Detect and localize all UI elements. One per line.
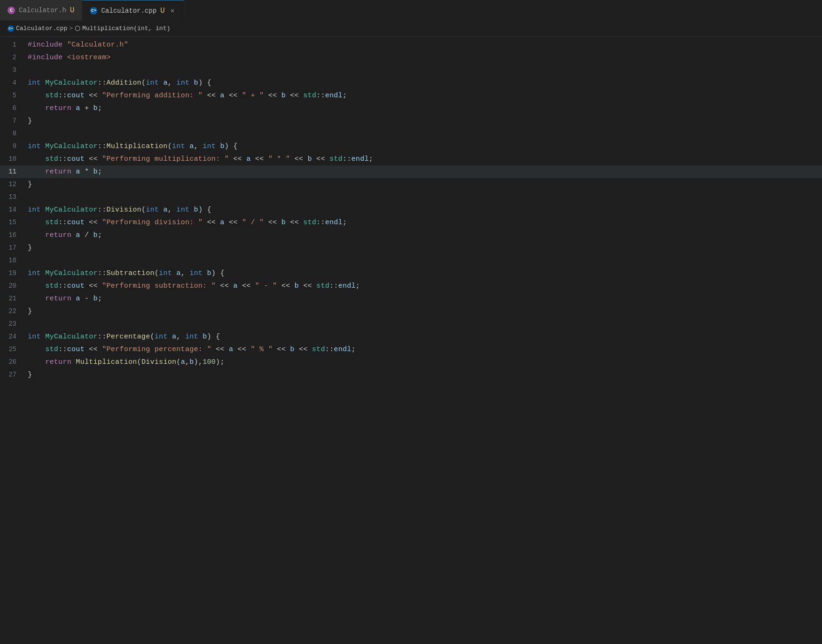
tab-calculator-h[interactable]: C Calculator.h U bbox=[0, 0, 82, 21]
line-content-7[interactable]: } bbox=[26, 115, 822, 127]
code-line-14: 14 int MyCalculator::Division(int a, int… bbox=[0, 204, 822, 216]
tab-close-button[interactable]: ✕ bbox=[169, 6, 176, 16]
line-content-26[interactable]: return Multiplication(Division(a,b),100)… bbox=[26, 356, 822, 369]
line-number-11: 11 bbox=[0, 165, 26, 178]
code-line-26: 26 return Multiplication(Division(a,b),1… bbox=[0, 356, 822, 369]
line-number-2: 2 bbox=[0, 51, 26, 63]
tab-cpp-icon: C+ bbox=[90, 7, 97, 15]
code-line-3: 3 bbox=[0, 64, 822, 77]
line-content-2[interactable]: #include <iostream> bbox=[26, 52, 822, 64]
code-line-4: 4 int MyCalculator::Addition(int a, int … bbox=[0, 77, 822, 89]
line-number-9: 9 bbox=[0, 140, 26, 152]
breadcrumb: C+ Calculator.cpp > ⬡ Multiplication(int… bbox=[0, 21, 822, 37]
line-number-4: 4 bbox=[0, 77, 26, 89]
breadcrumb-file[interactable]: Calculator.cpp bbox=[16, 25, 67, 32]
line-number-21: 21 bbox=[0, 292, 26, 305]
line-content-6[interactable]: return a + b; bbox=[26, 102, 822, 115]
line-number-26: 26 bbox=[0, 356, 26, 368]
breadcrumb-cpp-icon: C+ bbox=[8, 25, 14, 32]
line-number-20: 20 bbox=[0, 280, 26, 292]
line-content-21[interactable]: return a - b; bbox=[26, 293, 822, 305]
tab-calculator-cpp-label: Calculator.cpp bbox=[101, 7, 157, 15]
code-line-6: 6 return a + b; bbox=[0, 102, 822, 115]
code-line-25: 25 std::cout << "Performing percentage: … bbox=[0, 343, 822, 356]
code-line-21: 21 return a - b; bbox=[0, 292, 822, 305]
line-number-19: 19 bbox=[0, 267, 26, 279]
line-content-24[interactable]: int MyCalculator::Percentage(int a, int … bbox=[26, 331, 822, 343]
line-content-23[interactable] bbox=[26, 318, 822, 330]
line-number-10: 10 bbox=[0, 153, 26, 165]
code-line-12: 12 } bbox=[0, 178, 822, 191]
line-number-23: 23 bbox=[0, 318, 26, 330]
line-number-8: 8 bbox=[0, 127, 26, 140]
line-number-27: 27 bbox=[0, 369, 26, 381]
breadcrumb-func-icon: ⬡ bbox=[75, 24, 80, 32]
tab-c-icon: C bbox=[8, 7, 15, 14]
code-line-19: 19 int MyCalculator::Subtraction(int a, … bbox=[0, 267, 822, 280]
line-number-14: 14 bbox=[0, 204, 26, 216]
line-content-10[interactable]: std::cout << "Performing multiplication:… bbox=[26, 153, 822, 165]
code-line-18: 18 bbox=[0, 254, 822, 267]
code-line-1: 1 #include "Calculator.h" bbox=[0, 39, 822, 51]
code-line-15: 15 std::cout << "Performing division: " … bbox=[0, 216, 822, 229]
line-number-7: 7 bbox=[0, 115, 26, 127]
code-line-11: 11 return a * b; bbox=[0, 165, 822, 178]
line-number-25: 25 bbox=[0, 343, 26, 355]
code-line-9: 9 int MyCalculator::Multiplication(int a… bbox=[0, 140, 822, 153]
code-editor: 1 #include "Calculator.h" 2 #include <io… bbox=[0, 37, 822, 381]
line-content-5[interactable]: std::cout << "Performing addition: " << … bbox=[26, 90, 822, 102]
line-number-13: 13 bbox=[0, 191, 26, 203]
line-number-1: 1 bbox=[0, 39, 26, 51]
line-number-3: 3 bbox=[0, 64, 26, 76]
code-line-7: 7 } bbox=[0, 115, 822, 127]
line-content-13[interactable] bbox=[26, 191, 822, 204]
line-content-19[interactable]: int MyCalculator::Subtraction(int a, int… bbox=[26, 267, 822, 280]
line-content-16[interactable]: return a / b; bbox=[26, 229, 822, 242]
line-number-12: 12 bbox=[0, 178, 26, 190]
code-line-24: 24 int MyCalculator::Percentage(int a, i… bbox=[0, 330, 822, 343]
line-content-27[interactable]: } bbox=[26, 369, 822, 381]
tab-calculator-h-label: Calculator.h bbox=[19, 7, 66, 14]
code-line-17: 17 } bbox=[0, 242, 822, 254]
line-number-16: 16 bbox=[0, 229, 26, 241]
code-line-27: 27 } bbox=[0, 369, 822, 381]
code-line-13: 13 bbox=[0, 191, 822, 204]
tab-bar: C Calculator.h U C+ Calculator.cpp U ✕ bbox=[0, 0, 822, 21]
code-line-22: 22 } bbox=[0, 305, 822, 318]
line-number-24: 24 bbox=[0, 330, 26, 343]
line-content-25[interactable]: std::cout << "Performing percentage: " <… bbox=[26, 344, 822, 356]
code-line-8: 8 bbox=[0, 127, 822, 140]
tab-calculator-cpp[interactable]: C+ Calculator.cpp U ✕ bbox=[82, 0, 184, 21]
code-line-10: 10 std::cout << "Performing multiplicati… bbox=[0, 153, 822, 165]
line-number-22: 22 bbox=[0, 305, 26, 317]
code-line-2: 2 #include <iostream> bbox=[0, 51, 822, 64]
line-number-15: 15 bbox=[0, 216, 26, 228]
line-content-18[interactable] bbox=[26, 255, 822, 267]
line-content-12[interactable]: } bbox=[26, 179, 822, 191]
line-content-8[interactable] bbox=[26, 128, 822, 140]
line-content-15[interactable]: std::cout << "Performing division: " << … bbox=[26, 217, 822, 229]
tab-calculator-cpp-modified: U bbox=[160, 7, 165, 15]
line-content-11[interactable]: return a * b; bbox=[26, 166, 822, 178]
line-content-14[interactable]: int MyCalculator::Division(int a, int b)… bbox=[26, 204, 822, 216]
tab-calculator-h-modified: U bbox=[70, 6, 75, 15]
line-content-17[interactable]: } bbox=[26, 242, 822, 254]
line-number-5: 5 bbox=[0, 89, 26, 102]
line-content-4[interactable]: int MyCalculator::Addition(int a, int b)… bbox=[26, 77, 822, 89]
code-line-23: 23 bbox=[0, 318, 822, 330]
line-number-17: 17 bbox=[0, 242, 26, 254]
line-content-22[interactable]: } bbox=[26, 306, 822, 318]
line-number-6: 6 bbox=[0, 102, 26, 114]
code-line-20: 20 std::cout << "Performing subtraction:… bbox=[0, 280, 822, 292]
line-content-9[interactable]: int MyCalculator::Multiplication(int a, … bbox=[26, 141, 822, 153]
line-content-20[interactable]: std::cout << "Performing subtraction: " … bbox=[26, 280, 822, 292]
line-content-3[interactable] bbox=[26, 64, 822, 77]
code-line-5: 5 std::cout << "Performing addition: " <… bbox=[0, 89, 822, 102]
breadcrumb-symbol[interactable]: Multiplication(int, int) bbox=[82, 25, 170, 32]
code-line-16: 16 return a / b; bbox=[0, 229, 822, 242]
line-content-1[interactable]: #include "Calculator.h" bbox=[26, 39, 822, 51]
line-number-18: 18 bbox=[0, 254, 26, 267]
breadcrumb-separator: > bbox=[69, 25, 73, 32]
